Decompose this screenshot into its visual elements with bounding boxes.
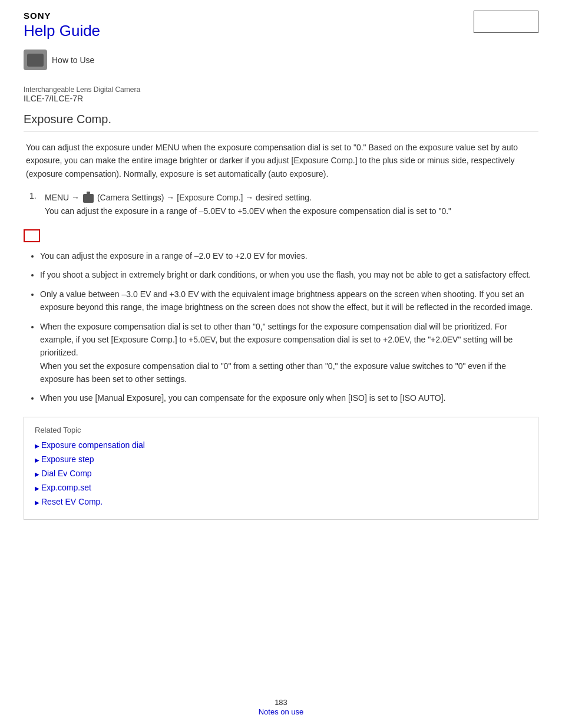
how-to-use-icon bbox=[24, 50, 47, 70]
bullet-list: You can adjust the exposure in a range o… bbox=[24, 249, 538, 405]
sony-logo: SONY bbox=[24, 11, 100, 21]
list-item: Only a value between –3.0 EV and +3.0 EV… bbox=[40, 288, 538, 314]
list-item: You can adjust the exposure in a range o… bbox=[40, 249, 538, 262]
note-box bbox=[24, 229, 40, 242]
footer-notes-link[interactable]: Notes on use bbox=[259, 707, 304, 716]
page-title: Exposure Comp. bbox=[24, 113, 538, 131]
footer: 183 Notes on use bbox=[0, 698, 562, 716]
header: SONY Help Guide bbox=[0, 0, 562, 46]
intro-text: You can adjust the exposure under MENU w… bbox=[24, 141, 538, 180]
list-item: When you use [Manual Exposure], you can … bbox=[40, 391, 538, 404]
related-link-reset-ev-comp[interactable]: Reset EV Comp. bbox=[35, 497, 527, 506]
step-number: 1. bbox=[29, 191, 41, 218]
list-item: When the exposure compensation dial is s… bbox=[40, 320, 538, 386]
main-content: Interchangeable Lens Digital Camera ILCE… bbox=[0, 74, 562, 555]
header-left: SONY Help Guide bbox=[24, 11, 100, 40]
related-link-exp-comp-set[interactable]: Exp.comp.set bbox=[35, 483, 527, 492]
footer-page-number: 183 bbox=[0, 698, 562, 707]
camera-type: Interchangeable Lens Digital Camera bbox=[24, 85, 538, 94]
related-link-exposure-compensation-dial[interactable]: Exposure compensation dial bbox=[35, 440, 527, 450]
related-topic-label: Related Topic bbox=[35, 426, 527, 434]
camera-settings-icon bbox=[83, 194, 94, 203]
how-to-use-text: How to Use bbox=[52, 55, 94, 65]
camera-info: Interchangeable Lens Digital Camera ILCE… bbox=[24, 85, 538, 103]
help-guide-title: Help Guide bbox=[24, 22, 100, 40]
step-content: MENU → (Camera Settings) → [Exposure Com… bbox=[45, 191, 451, 218]
related-topic-box: Related Topic Exposure compensation dial… bbox=[24, 417, 538, 520]
camera-model: ILCE-7/ILCE-7R bbox=[24, 94, 538, 103]
steps-section: 1. MENU → (Camera Settings) → [Exposure … bbox=[24, 191, 538, 218]
related-link-dial-ev-comp[interactable]: Dial Ev Comp bbox=[35, 469, 527, 478]
step-item: 1. MENU → (Camera Settings) → [Exposure … bbox=[29, 191, 538, 218]
list-item: If you shoot a subject in extremely brig… bbox=[40, 268, 538, 281]
how-to-use-bar: How to Use bbox=[0, 46, 562, 74]
related-link-exposure-step[interactable]: Exposure step bbox=[35, 454, 527, 464]
search-box[interactable] bbox=[474, 11, 538, 33]
